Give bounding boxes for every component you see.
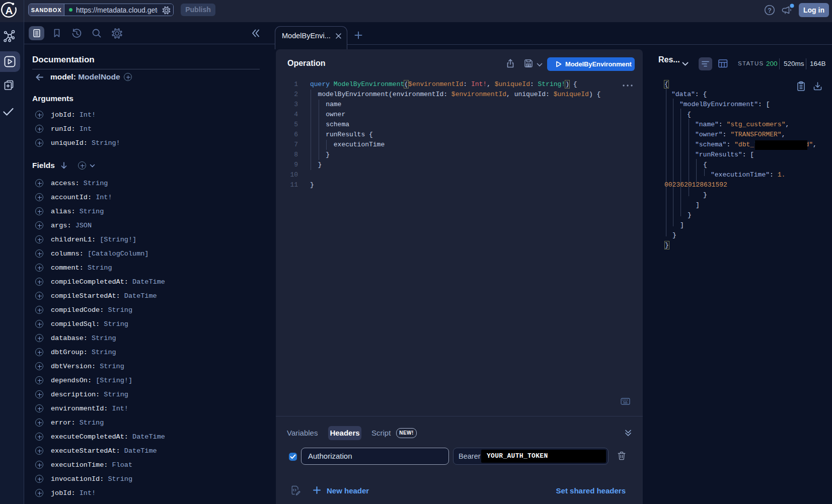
svg-text:?: ? [768,7,772,14]
svg-text:A: A [5,5,13,16]
